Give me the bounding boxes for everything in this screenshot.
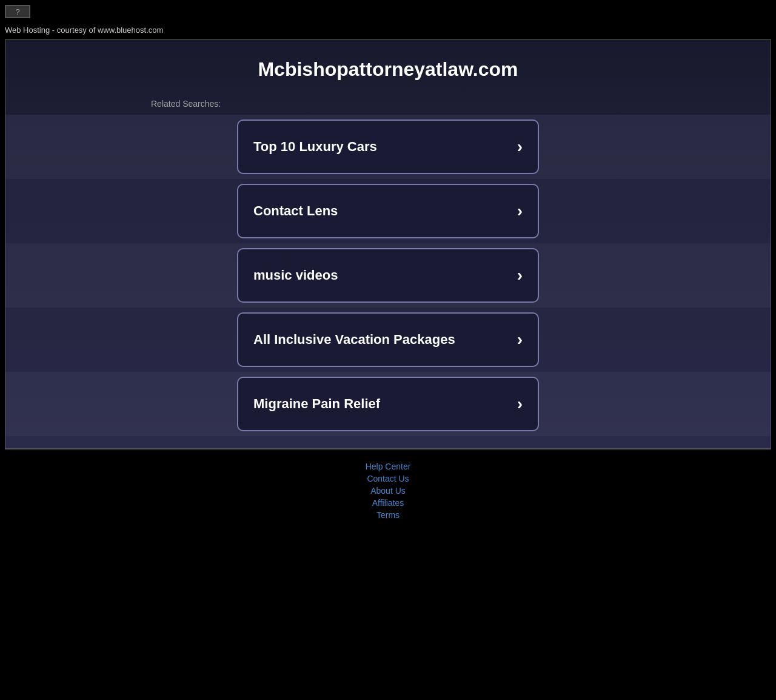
search-row-3: All Inclusive Vacation Packages› [5,308,771,372]
hosting-notice: Web Hosting - courtesy of www.bluehost.c… [0,23,776,39]
search-item-1[interactable]: Contact Lens› [237,184,539,238]
main-container: Mcbishopattorneyatlaw.com Related Search… [5,39,771,449]
search-row-4: Migraine Pain Relief› [5,372,771,436]
chevron-icon-0: › [517,137,523,156]
chevron-icon-4: › [517,394,523,414]
site-title: Mcbishopattorneyatlaw.com [5,40,771,93]
chevron-icon-3: › [517,330,523,349]
search-item-2[interactable]: music videos› [237,248,539,303]
footer-link-0[interactable]: Help Center [366,462,411,471]
search-row-2: music videos› [5,243,771,308]
search-row-1: Contact Lens› [5,179,771,243]
footer-link-3[interactable]: Affiliates [372,498,404,508]
search-items-list: Top 10 Luxury Cars›Contact Lens›music vi… [5,115,771,436]
related-searches-label: Related Searches: [5,93,771,115]
chevron-icon-1: › [517,201,523,221]
search-item-0[interactable]: Top 10 Luxury Cars› [237,119,539,174]
search-item-3[interactable]: All Inclusive Vacation Packages› [237,312,539,367]
search-item-label-3: All Inclusive Vacation Packages [253,332,455,348]
chevron-icon-2: › [517,266,523,285]
search-item-label-0: Top 10 Luxury Cars [253,139,377,155]
search-item-label-1: Contact Lens [253,203,338,219]
footer-link-4[interactable]: Terms [376,510,400,520]
search-item-4[interactable]: Migraine Pain Relief› [237,377,539,431]
search-row-0: Top 10 Luxury Cars› [5,115,771,179]
search-item-label-2: music videos [253,268,338,283]
footer-link-1[interactable]: Contact Us [367,474,409,483]
search-item-label-4: Migraine Pain Relief [253,396,380,412]
footer-link-2[interactable]: About Us [370,486,406,496]
question-icon: ? [15,7,19,16]
question-icon-box[interactable]: ? [5,5,30,18]
top-bar: ? [0,0,776,23]
footer: Help CenterContact UsAbout UsAffiliatesT… [0,449,776,532]
